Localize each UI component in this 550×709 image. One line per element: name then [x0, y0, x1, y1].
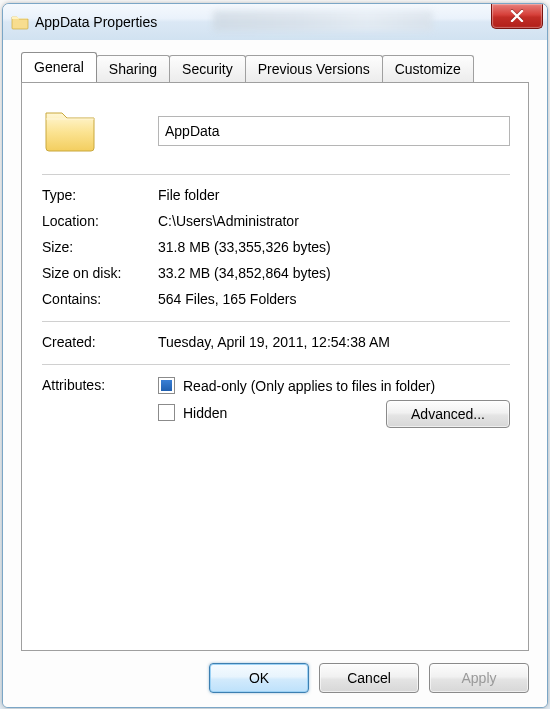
label-location: Location:	[42, 213, 158, 229]
tab-previous-versions[interactable]: Previous Versions	[245, 55, 383, 82]
tab-customize[interactable]: Customize	[382, 55, 474, 82]
label-type: Type:	[42, 187, 158, 203]
tab-sharing[interactable]: Sharing	[96, 55, 170, 82]
tab-security[interactable]: Security	[169, 55, 246, 82]
separator	[42, 364, 510, 365]
apply-button[interactable]: Apply	[429, 663, 529, 693]
label-size: Size:	[42, 239, 158, 255]
tab-general[interactable]: General	[21, 52, 97, 82]
background-blur	[213, 11, 433, 31]
separator	[42, 174, 510, 175]
tab-panel-general: Type:File folder Location:C:\Users\Admin…	[21, 82, 529, 651]
value-size-on-disk: 33.2 MB (34,852,864 bytes)	[158, 265, 331, 281]
value-type: File folder	[158, 187, 219, 203]
dialog-body: General Sharing Security Previous Versio…	[3, 40, 547, 707]
folder-name-input[interactable]	[158, 116, 510, 146]
titlebar[interactable]: AppData Properties	[3, 4, 547, 41]
label-contains: Contains:	[42, 291, 158, 307]
close-icon	[510, 10, 524, 22]
ok-button[interactable]: OK	[209, 663, 309, 693]
advanced-button[interactable]: Advanced...	[386, 400, 510, 428]
label-hidden: Hidden	[183, 405, 227, 421]
value-size: 31.8 MB (33,355,326 bytes)	[158, 239, 331, 255]
label-size-on-disk: Size on disk:	[42, 265, 158, 281]
value-created: Tuesday, April 19, 2011, 12:54:38 AM	[158, 334, 390, 350]
label-created: Created:	[42, 334, 158, 350]
value-location: C:\Users\Administrator	[158, 213, 299, 229]
tab-strip: General Sharing Security Previous Versio…	[21, 54, 529, 82]
cancel-button[interactable]: Cancel	[319, 663, 419, 693]
window-title: AppData Properties	[35, 14, 157, 30]
checkbox-readonly[interactable]	[158, 377, 175, 394]
dialog-buttons: OK Cancel Apply	[209, 663, 529, 695]
separator	[42, 321, 510, 322]
folder-icon	[11, 13, 29, 31]
properties-dialog: AppData Properties General Sharing Secur…	[2, 3, 548, 708]
checkbox-hidden[interactable]	[158, 404, 175, 421]
label-readonly: Read-only (Only applies to files in fold…	[183, 378, 435, 394]
value-contains: 564 Files, 165 Folders	[158, 291, 297, 307]
folder-large-icon	[42, 144, 98, 160]
label-attributes: Attributes:	[42, 377, 158, 431]
close-button[interactable]	[491, 4, 543, 29]
